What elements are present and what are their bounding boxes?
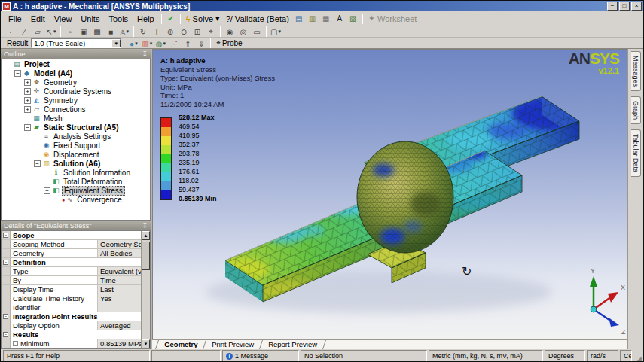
scroll-thumb[interactable] — [142, 242, 150, 270]
tree-item-convergence[interactable]: ●∿Convergence — [2, 195, 150, 204]
tree-item-analysis-settings[interactable]: ≡Analysis Settings — [2, 132, 150, 141]
status-angle-unit[interactable]: Degrees — [545, 350, 585, 362]
contour-display-icon[interactable]: ▥▾ — [141, 38, 153, 50]
solve-button[interactable]: ϟ Solve▾ — [183, 14, 223, 23]
tree-item-solution-information[interactable]: ℹSolution Information — [2, 168, 150, 177]
geometry-display-icon[interactable]: ●▾ — [127, 38, 139, 50]
min-tag-icon[interactable]: ⇓ — [195, 38, 207, 50]
scroll-up-icon[interactable]: ▲ — [142, 231, 150, 240]
graphics-viewport[interactable]: ↻ Y X Z — [152, 49, 627, 339]
side-tab-tabular-data[interactable]: Tabular Data — [631, 129, 641, 177]
maximize-button[interactable]: □ — [619, 2, 630, 11]
minimize-button[interactable]: − — [607, 2, 618, 11]
side-tab-messages[interactable]: Messages — [631, 51, 641, 91]
max-tag-icon[interactable]: ⇑ — [182, 38, 194, 50]
details-value[interactable]: All Bodies — [98, 249, 141, 257]
tree-item-connections[interactable]: +▱Connections — [2, 105, 150, 114]
details-value[interactable] — [98, 303, 141, 312]
box-volume-select-icon[interactable]: ▩ — [91, 26, 103, 38]
checkbox[interactable] — [13, 341, 18, 346]
collapse-icon[interactable]: − — [3, 260, 8, 265]
annotation-icon[interactable]: A — [334, 13, 346, 25]
new-comment-icon[interactable]: ▥ — [307, 13, 319, 25]
tree-item-static-structural-a5-[interactable]: −▰Static Structural (A5) — [2, 123, 150, 132]
scroll-down-icon[interactable]: ▼ — [142, 339, 150, 348]
scale-combobox[interactable]: 1.0 (True Scale) ▾ — [31, 38, 121, 48]
triad-x-label: X — [621, 284, 625, 291]
side-tab-graph[interactable]: Graph — [631, 96, 641, 124]
box-select-icon[interactable]: ▣ — [78, 26, 90, 38]
pin-icon[interactable]: ↧ — [142, 50, 148, 58]
single-select-icon[interactable]: ▫ — [64, 26, 76, 38]
details-value[interactable]: 528.12 MPa — [98, 348, 141, 349]
tree-item-solution-a6-[interactable]: −▥Solution (A6) — [2, 159, 150, 168]
status-temperature-unit[interactable]: Celsius — [620, 350, 632, 362]
tree-item-total-deformation[interactable]: ◧Total Deformation — [2, 177, 150, 186]
magnifier-window-icon[interactable]: ◉ — [224, 26, 236, 38]
vector-display-icon[interactable]: ◍▾ — [154, 38, 166, 50]
viewport-layout-icon[interactable]: ▢▾ — [270, 26, 282, 38]
triad[interactable]: Y X Z — [590, 267, 626, 336]
collapse-icon[interactable]: − — [3, 332, 8, 337]
validate-button[interactable]: ?/ Validate (Beta) — [223, 14, 292, 23]
details-value[interactable]: 0.85139 MPa — [98, 339, 141, 348]
menu-file[interactable]: File — [4, 14, 26, 24]
details-value[interactable]: Time — [98, 276, 141, 284]
export-icon[interactable]: ▦ — [320, 13, 332, 25]
tree-item-mesh[interactable]: ▦Mesh — [2, 114, 150, 123]
tab-report-preview[interactable]: Report Preview — [259, 340, 326, 349]
pin-icon[interactable]: ↧ — [142, 222, 148, 230]
menu-edit[interactable]: Edit — [26, 14, 50, 24]
probe-button[interactable]: ⌖ Probe — [213, 38, 245, 47]
pointer-mode-icon[interactable]: ↖▾ — [45, 26, 57, 38]
tree-item-project[interactable]: ▤Project — [2, 59, 150, 68]
vertex-select-icon[interactable]: ∙ — [5, 26, 17, 38]
tree-item-coordinate-systems[interactable]: +✛Coordinate Systems — [2, 87, 150, 96]
resize-grip[interactable]: ◢ — [633, 350, 642, 362]
details-scrollbar[interactable]: ▲ ▼ — [141, 231, 150, 348]
worksheet-button[interactable]: ✦ Worksheet — [365, 14, 420, 23]
close-button[interactable]: × — [631, 2, 642, 11]
details-value[interactable]: Geometry Selection — [98, 240, 141, 248]
status-units[interactable]: Metric (mm, kg, N, s, mV, mA) — [429, 350, 543, 362]
expand-icon[interactable]: + — [24, 106, 31, 113]
edge-select-icon[interactable]: ∕ — [18, 26, 30, 38]
collapse-icon[interactable]: − — [3, 314, 8, 319]
tree-item-fixed-support[interactable]: ◉Fixed Support — [2, 141, 150, 150]
collapse-icon[interactable]: − — [14, 70, 21, 77]
edges-display-icon[interactable]: ⋰ — [168, 38, 180, 50]
collapse-icon[interactable]: − — [34, 160, 41, 167]
details-value[interactable]: Averaged — [98, 321, 141, 330]
menu-help[interactable]: Help — [133, 14, 159, 24]
body-select-icon[interactable]: ■ — [105, 26, 117, 38]
details-value[interactable]: Equivalent (von-Mises) Stress — [98, 267, 141, 275]
iso-view-icon[interactable]: ◎ — [237, 26, 249, 38]
tree-item-geometry[interactable]: +❖Geometry — [2, 78, 150, 87]
menu-tools[interactable]: Tools — [104, 14, 133, 24]
details-row: Identifier — [2, 303, 141, 312]
tab-print-preview[interactable]: Print Preview — [203, 340, 262, 349]
collapse-icon[interactable]: − — [44, 187, 50, 194]
expand-icon[interactable]: + — [24, 79, 31, 86]
tree-item-model-a4-[interactable]: −◆Model (A4) — [2, 68, 150, 78]
tab-geometry[interactable]: Geometry — [155, 340, 206, 349]
new-chart-icon[interactable]: ▤ — [293, 13, 305, 25]
chevron-down-icon[interactable]: ▾ — [111, 39, 121, 47]
tree-item-displacement[interactable]: ◉Displacement — [2, 150, 150, 159]
details-value[interactable]: Yes — [98, 294, 141, 303]
look-at-face-icon[interactable]: ▭ — [251, 26, 263, 38]
collapse-icon[interactable]: − — [3, 233, 8, 238]
status-messages[interactable]: i 1 Message — [222, 350, 299, 362]
expand-icon[interactable]: + — [24, 97, 31, 104]
expand-icon[interactable]: + — [24, 88, 31, 95]
tree-item-equivalent-stress[interactable]: −◧Equivalent Stress — [2, 186, 150, 195]
resolve-check-icon[interactable]: ✔ — [165, 13, 177, 25]
menu-view[interactable]: View — [50, 14, 77, 24]
collapse-icon[interactable]: − — [24, 124, 31, 131]
details-value[interactable]: Last — [98, 285, 141, 294]
face-select-icon[interactable]: ▱ — [32, 26, 44, 38]
tree-item-symmetry[interactable]: +◭Symmetry — [2, 96, 150, 105]
status-angular-velocity-unit[interactable]: rad/s — [587, 350, 618, 362]
menu-units[interactable]: Units — [76, 14, 104, 24]
image-capture-icon[interactable]: ▨ — [347, 13, 359, 25]
